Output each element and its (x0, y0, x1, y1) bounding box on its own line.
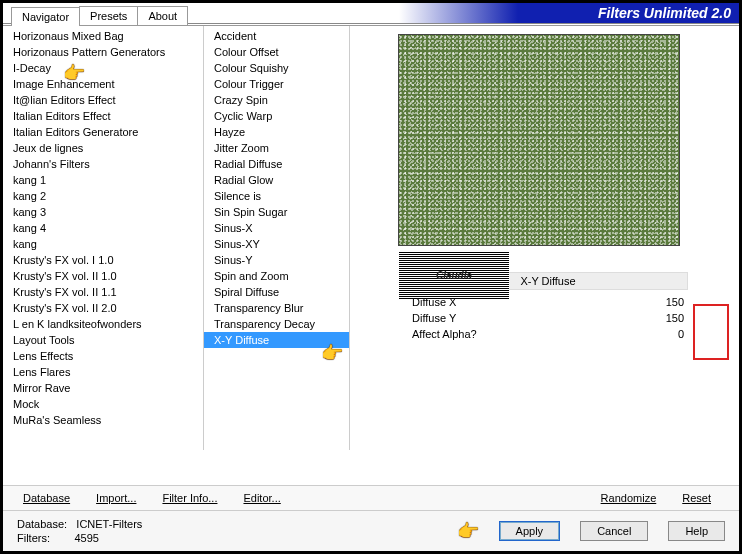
list-item[interactable]: L en K landksiteofwonders (3, 316, 203, 332)
cancel-button[interactable]: Cancel (580, 521, 648, 541)
param-label: Diffuse Y (412, 312, 456, 324)
list-item[interactable]: Lens Flares (3, 364, 203, 380)
tab-navigator[interactable]: Navigator (11, 7, 80, 26)
list-item[interactable]: Colour Offset (204, 44, 349, 60)
list-item[interactable]: Radial Glow (204, 172, 349, 188)
param-row[interactable]: Diffuse Y150 (408, 310, 688, 326)
list-item[interactable]: Mock (3, 396, 203, 412)
list-item[interactable]: Sinus-XY (204, 236, 349, 252)
filter-info-link[interactable]: Filter Info... (162, 492, 217, 504)
claudia-badge: Claudia (399, 251, 509, 299)
database-link[interactable]: Database (23, 492, 70, 504)
randomize-link[interactable]: Randomize (601, 492, 657, 504)
list-item[interactable]: Hayze (204, 124, 349, 140)
list-item[interactable]: Colour Squishy (204, 60, 349, 76)
filters-count-label: Filters: (17, 532, 50, 544)
list-item[interactable]: Italian Editors Generatore (3, 124, 203, 140)
list-item[interactable]: Lens Effects (3, 348, 203, 364)
tab-strip: Navigator Presets About (3, 6, 739, 25)
pointer-icon: 👉 (457, 520, 479, 542)
list-item[interactable]: kang 4 (3, 220, 203, 236)
list-item[interactable]: Jeux de lignes (3, 140, 203, 156)
list-item[interactable]: Krusty's FX vol. I 1.0 (3, 252, 203, 268)
param-value: 150 (666, 312, 684, 324)
tab-about[interactable]: About (137, 6, 188, 25)
apply-button[interactable]: Apply (499, 521, 561, 541)
list-item[interactable]: Image Enhancement (3, 76, 203, 92)
list-item[interactable]: Mirror Rave (3, 380, 203, 396)
list-item[interactable]: Horizonaus Mixed Bag (3, 28, 203, 44)
footer: Database: ICNET-Filters Filters: 4595 👉 … (3, 510, 739, 551)
list-item[interactable]: Silence is (204, 188, 349, 204)
highlight-box (693, 304, 729, 360)
meta-info: Database: ICNET-Filters Filters: 4595 (17, 517, 142, 545)
list-item[interactable]: I-Decay (3, 60, 203, 76)
list-item[interactable]: Layout Tools (3, 332, 203, 348)
list-item[interactable]: Sinus-X (204, 220, 349, 236)
list-item[interactable]: Transparency Decay (204, 316, 349, 332)
list-item[interactable]: Horizonaus Pattern Generators (3, 44, 203, 60)
list-item[interactable]: Johann's Filters (3, 156, 203, 172)
tab-presets[interactable]: Presets (79, 6, 138, 25)
preview-noise (399, 35, 679, 245)
reset-link[interactable]: Reset (682, 492, 711, 504)
list-item[interactable]: kang 3 (3, 204, 203, 220)
list-item[interactable]: Cyclic Warp (204, 108, 349, 124)
toolbar-links: Database Import... Filter Info... Editor… (3, 485, 739, 510)
list-item[interactable]: Spiral Diffuse (204, 284, 349, 300)
list-item[interactable]: Sin Spin Sugar (204, 204, 349, 220)
list-item[interactable]: kang 2 (3, 188, 203, 204)
list-item[interactable]: Transparency Blur (204, 300, 349, 316)
list-item[interactable]: Spin and Zoom (204, 268, 349, 284)
list-item[interactable]: kang 1 (3, 172, 203, 188)
preview-image (398, 34, 680, 246)
list-item[interactable]: kang (3, 236, 203, 252)
list-item[interactable]: Crazy Spin (204, 92, 349, 108)
list-item[interactable]: Accident (204, 28, 349, 44)
main-content: Horizonaus Mixed BagHorizonaus Pattern G… (3, 25, 739, 485)
filters-count-value: 4595 (74, 532, 98, 544)
list-item[interactable]: Colour Trigger (204, 76, 349, 92)
dialog-window: Filters Unlimited 2.0 Navigator Presets … (3, 3, 739, 551)
category-list[interactable]: Horizonaus Mixed BagHorizonaus Pattern G… (3, 26, 204, 450)
pointer-icon: 👉 (63, 62, 85, 84)
list-item[interactable]: Jitter Zoom (204, 140, 349, 156)
list-item[interactable]: It@lian Editors Effect (3, 92, 203, 108)
help-button[interactable]: Help (668, 521, 725, 541)
editor-link[interactable]: Editor... (243, 492, 280, 504)
db-label: Database: (17, 518, 67, 530)
list-item[interactable]: Sinus-Y (204, 252, 349, 268)
param-label: Affect Alpha? (412, 328, 477, 340)
list-item[interactable]: Krusty's FX vol. II 2.0 (3, 300, 203, 316)
filter-list[interactable]: AccidentColour OffsetColour SquishyColou… (204, 26, 350, 450)
param-value: 0 (678, 328, 684, 340)
db-value: ICNET-Filters (76, 518, 142, 530)
list-item[interactable]: Krusty's FX vol. II 1.1 (3, 284, 203, 300)
list-item[interactable]: Krusty's FX vol. II 1.0 (3, 268, 203, 284)
list-item[interactable]: Italian Editors Effect (3, 108, 203, 124)
param-value: 150 (666, 296, 684, 308)
list-item[interactable]: MuRa's Seamless (3, 412, 203, 428)
import-link[interactable]: Import... (96, 492, 136, 504)
pointer-icon: 👉 (321, 342, 343, 364)
param-row[interactable]: Affect Alpha?0 (408, 326, 688, 342)
list-item[interactable]: Radial Diffuse (204, 156, 349, 172)
